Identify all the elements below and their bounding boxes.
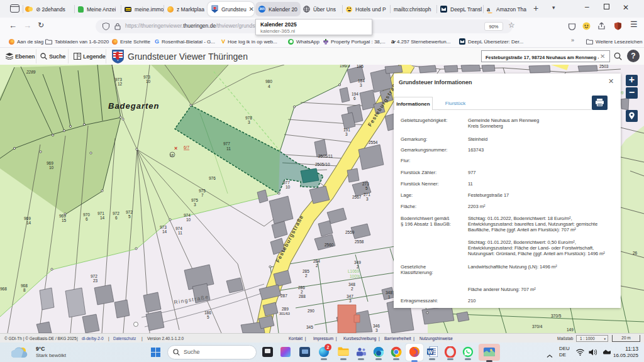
svg-text:977: 977 — [283, 180, 290, 185]
svg-text:1: 1 — [388, 295, 391, 299]
svg-text:968: 968 — [0, 287, 7, 291]
svg-text:3: 3 — [366, 197, 369, 201]
svg-text:100%: 100% — [350, 274, 360, 278]
svg-text:149: 149 — [567, 327, 574, 332]
svg-text:975: 975 — [191, 198, 198, 202]
svg-text:195: 195 — [357, 65, 364, 69]
svg-text:347: 347 — [347, 294, 353, 299]
svg-text:2289: 2289 — [26, 70, 36, 74]
svg-text:191: 191 — [343, 128, 350, 132]
svg-text:974: 974 — [175, 226, 182, 231]
svg-text:969: 969 — [47, 161, 53, 165]
svg-text:W: W — [428, 349, 433, 355]
svg-text:2: 2 — [357, 265, 359, 269]
svg-text:2567: 2567 — [352, 195, 362, 199]
svg-text:2505/10: 2505/10 — [315, 162, 330, 167]
svg-text:975: 975 — [199, 189, 206, 193]
svg-text:3: 3 — [194, 202, 196, 207]
svg-text:973: 973 — [143, 75, 150, 79]
svg-text:10: 10 — [49, 165, 54, 170]
svg-text:972: 972 — [126, 210, 133, 214]
svg-text:14: 14 — [100, 216, 105, 220]
svg-text:2: 2 — [301, 290, 303, 294]
svg-text:8: 8 — [23, 288, 26, 292]
svg-text:271: 271 — [364, 192, 370, 197]
svg-text:5: 5 — [128, 214, 131, 219]
svg-text:977: 977 — [223, 141, 230, 146]
svg-text:2560: 2560 — [325, 243, 334, 247]
svg-text:345: 345 — [306, 325, 313, 329]
svg-text:L1069: L1069 — [348, 269, 359, 273]
svg-text:10: 10 — [186, 217, 191, 222]
svg-text:3: 3 — [360, 83, 362, 87]
svg-text:196/3: 196/3 — [340, 65, 350, 68]
svg-text:968: 968 — [21, 283, 28, 288]
svg-text:289: 289 — [282, 307, 289, 311]
svg-text:972: 972 — [91, 274, 97, 278]
svg-text:969: 969 — [59, 214, 66, 218]
svg-text:6/7: 6/7 — [184, 145, 189, 150]
svg-text:976: 976 — [209, 176, 216, 180]
svg-text:980: 980 — [265, 79, 272, 84]
svg-text:2: 2 — [305, 273, 308, 278]
svg-text:18: 18 — [170, 153, 174, 157]
svg-text:970: 970 — [83, 212, 90, 217]
svg-text:2: 2 — [351, 287, 353, 291]
svg-text:346: 346 — [373, 324, 380, 328]
svg-text:2: 2 — [316, 263, 318, 268]
svg-text:15: 15 — [62, 218, 67, 222]
svg-text:348: 348 — [386, 290, 392, 295]
svg-text:10: 10 — [286, 185, 291, 189]
svg-text:972: 972 — [113, 211, 119, 216]
svg-text:4: 4 — [268, 84, 270, 89]
svg-text:7: 7 — [201, 193, 204, 197]
svg-text:285: 285 — [303, 269, 309, 273]
svg-text:23: 23 — [93, 278, 98, 283]
svg-text:370/4: 370/4 — [532, 324, 543, 329]
svg-text:12: 12 — [118, 82, 123, 86]
svg-text:26: 26 — [633, 251, 638, 255]
svg-text:184: 184 — [358, 79, 365, 83]
svg-text:969: 969 — [24, 216, 31, 221]
svg-text:348: 348 — [348, 282, 355, 287]
svg-text:3: 3 — [349, 299, 352, 303]
svg-text:14: 14 — [26, 221, 31, 225]
svg-text:10: 10 — [146, 79, 151, 84]
svg-text:2559: 2559 — [345, 230, 355, 234]
svg-text:5: 5 — [207, 315, 209, 319]
svg-text:349: 349 — [354, 260, 361, 265]
svg-text:2554: 2554 — [369, 140, 378, 145]
svg-text:186: 186 — [204, 310, 211, 315]
svg-text:973: 973 — [115, 77, 122, 82]
svg-text:2505/11: 2505/11 — [318, 154, 333, 158]
svg-text:974: 974 — [184, 213, 191, 217]
svg-text:2558: 2558 — [355, 239, 364, 244]
svg-text:×: × — [174, 145, 177, 151]
svg-text:5: 5 — [365, 186, 368, 190]
svg-text:14: 14 — [162, 229, 167, 234]
svg-text:301/63: 301/63 — [279, 312, 290, 315]
svg-text:194: 194 — [352, 92, 358, 96]
svg-text:978: 978 — [245, 116, 252, 120]
svg-text:284: 284 — [313, 259, 320, 263]
svg-text:6: 6 — [353, 96, 356, 101]
svg-text:971: 971 — [97, 211, 104, 216]
svg-text:11: 11 — [178, 231, 182, 235]
svg-text:290: 290 — [308, 309, 314, 313]
svg-text:287: 287 — [280, 293, 287, 298]
svg-text:286: 286 — [298, 285, 305, 290]
svg-text:3: 3 — [375, 328, 378, 332]
svg-text:Badegarten: Badegarten — [108, 101, 160, 111]
svg-text:6: 6 — [86, 217, 88, 221]
svg-text:3: 3 — [345, 132, 348, 136]
svg-text:2503: 2503 — [599, 65, 609, 69]
svg-text:288: 288 — [299, 294, 306, 299]
svg-text:6: 6 — [115, 216, 118, 220]
svg-text:3: 3 — [248, 120, 250, 124]
svg-text:370/5: 370/5 — [551, 314, 562, 318]
svg-text:973: 973 — [160, 225, 167, 229]
svg-text:273: 273 — [362, 182, 369, 186]
svg-text:11: 11 — [226, 146, 231, 151]
